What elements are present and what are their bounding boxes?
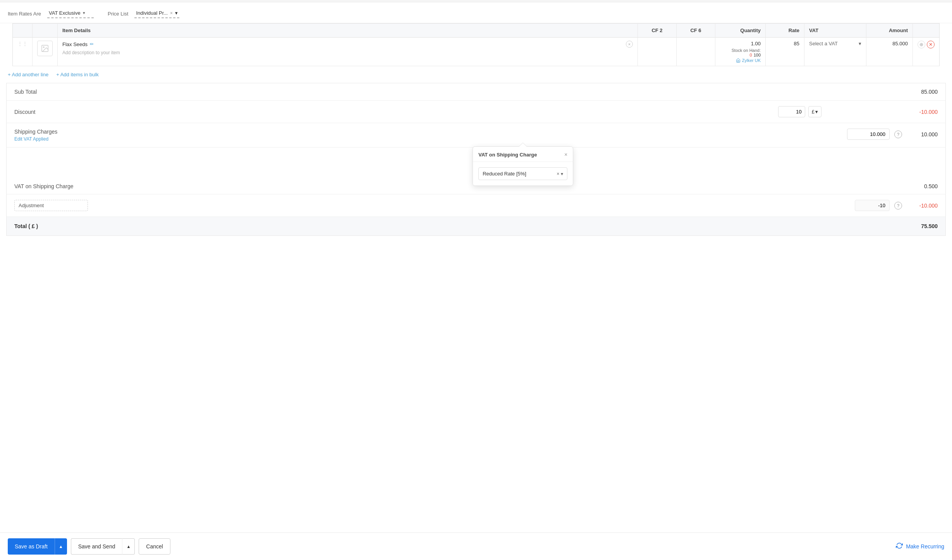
discount-value: -10.000 — [899, 109, 938, 115]
vat-shipping-label: VAT on Shipping Charge — [14, 183, 84, 189]
total-value: 75.500 — [921, 223, 938, 229]
shipping-row: Shipping Charges Edit VAT Applied ? 10.0… — [7, 123, 945, 148]
vat-popup-selected-value: Reduced Rate [5%] — [483, 171, 526, 177]
sub-total-row: Sub Total 85.000 — [7, 83, 945, 101]
save-send-button[interactable]: Save and Send — [71, 538, 122, 555]
discount-label: Discount — [14, 109, 84, 115]
item-rates-label: Item Rates Are — [8, 11, 41, 17]
quantity-value[interactable]: 1.00 — [720, 41, 761, 46]
item-image-placeholder — [37, 41, 53, 56]
price-list-chevron-icon: ▾ — [175, 10, 178, 16]
item-details-cell: Flax Seeds ✏ × Add description to your i… — [58, 38, 638, 66]
col-vat: VAT — [804, 24, 866, 38]
add-row-icon[interactable]: ⊕ — [918, 41, 925, 48]
edit-item-icon[interactable]: ✏ — [90, 41, 94, 47]
discount-amount-input[interactable] — [778, 106, 805, 117]
adjustment-amount-input[interactable] — [855, 200, 890, 211]
discount-row: Discount £ ▾ -10.000 — [7, 101, 945, 123]
rate-cell[interactable]: 85 — [766, 38, 804, 66]
remove-item-icon[interactable]: × — [626, 41, 633, 48]
save-draft-caret-button[interactable]: ▲ — [55, 538, 67, 555]
vat-popup-close-icon[interactable]: × — [564, 151, 567, 158]
add-another-line-button[interactable]: + Add another line — [8, 72, 48, 77]
cf2-cell[interactable] — [638, 38, 677, 66]
edit-vat-link[interactable]: Edit VAT Applied — [14, 136, 57, 142]
make-recurring-button[interactable]: Make Recurring — [896, 542, 944, 551]
col-amount: Amount — [866, 24, 913, 38]
total-label: Total ( £ ) — [14, 223, 38, 229]
shipping-value: 10.000 — [907, 131, 938, 137]
price-list-close-icon[interactable]: × — [170, 10, 173, 16]
vat-popup: VAT on Shipping Charge × Reduced Rate [5… — [473, 146, 573, 186]
row-actions-cell: ⊕ ✕ — [913, 38, 940, 66]
vat-popup-dropdown[interactable]: Reduced Rate [5%] × ▾ — [478, 167, 567, 180]
item-image-cell — [33, 38, 58, 66]
col-item-details: Item Details — [58, 24, 638, 38]
discount-currency-symbol: £ — [812, 109, 815, 115]
warehouse-link[interactable]: Zylker UK — [720, 58, 761, 63]
adjustment-help-icon[interactable]: ? — [894, 202, 902, 210]
make-recurring-icon — [896, 542, 903, 551]
sub-total-label: Sub Total — [14, 89, 84, 95]
discount-controls: £ ▾ — [778, 106, 821, 117]
table-row: ⋮⋮ Flax Seeds ✏ — [13, 38, 940, 66]
shipping-help-icon[interactable]: ? — [894, 131, 902, 138]
adjustment-label-input[interactable] — [14, 200, 88, 211]
price-list-label: Price List — [108, 11, 128, 17]
shipping-label: Shipping Charges — [14, 129, 57, 135]
item-name: Flax Seeds — [62, 41, 88, 47]
adjustment-value: -10.000 — [907, 203, 938, 209]
vat-cell[interactable]: Select a VAT ▾ — [804, 38, 866, 66]
total-row: Total ( £ ) 75.500 — [7, 217, 945, 235]
quantity-cell: 1.00 Stock on Hand: 0 100 — [715, 38, 766, 66]
discount-currency-chevron-icon: ▾ — [815, 109, 818, 115]
vat-placeholder: Select a VAT — [809, 41, 838, 46]
make-recurring-label: Make Recurring — [906, 543, 944, 550]
price-list-dropdown[interactable]: Individual Pr... × ▾ — [134, 9, 179, 18]
stock-available: 100 — [754, 53, 761, 57]
vat-dropdown-chevron-icon: ▾ — [561, 171, 563, 177]
vat-exclusive-value: VAT Exclusive — [49, 10, 81, 16]
vat-chevron-icon: ▾ — [859, 41, 861, 46]
vat-popup-title: VAT on Shipping Charge — [478, 152, 537, 158]
vat-shipping-value: 0.500 — [899, 183, 938, 189]
save-draft-button[interactable]: Save as Draft — [8, 538, 55, 555]
col-quantity: Quantity — [715, 24, 766, 38]
vat-exclusive-chevron-icon: ▾ — [83, 10, 85, 15]
col-rate: Rate — [766, 24, 804, 38]
amount-cell: 85.000 — [866, 38, 913, 66]
footer: Save as Draft ▲ Save and Send ▲ Cancel M… — [0, 533, 952, 560]
cancel-button[interactable]: Cancel — [139, 538, 170, 555]
sub-total-value: 85.000 — [899, 89, 938, 95]
save-send-caret-button[interactable]: ▲ — [122, 538, 135, 555]
drag-handle[interactable]: ⋮⋮ — [13, 38, 33, 66]
item-description[interactable]: Add description to your item — [62, 50, 633, 55]
shipping-amount-input[interactable] — [847, 129, 890, 140]
add-items-bulk-button[interactable]: + Add items in bulk — [56, 72, 98, 77]
adjustment-row: ? -10.000 — [7, 194, 945, 217]
col-cf2: CF 2 — [638, 24, 677, 38]
col-cf6: CF 6 — [677, 24, 715, 38]
stock-zero: 0 — [750, 53, 752, 57]
vat-exclusive-dropdown[interactable]: VAT Exclusive ▾ — [47, 9, 94, 18]
stock-on-hand-label: Stock on Hand: — [720, 48, 761, 53]
price-list-value: Individual Pr... — [136, 10, 168, 16]
save-send-button-group: Save and Send ▲ — [71, 538, 135, 555]
remove-row-icon[interactable]: ✕ — [927, 41, 935, 48]
vat-clear-icon[interactable]: × — [557, 171, 559, 177]
svg-point-1 — [43, 46, 44, 48]
discount-currency-dropdown[interactable]: £ ▾ — [808, 106, 821, 117]
save-draft-button-group: Save as Draft ▲ — [8, 538, 67, 555]
cf6-cell[interactable] — [677, 38, 715, 66]
